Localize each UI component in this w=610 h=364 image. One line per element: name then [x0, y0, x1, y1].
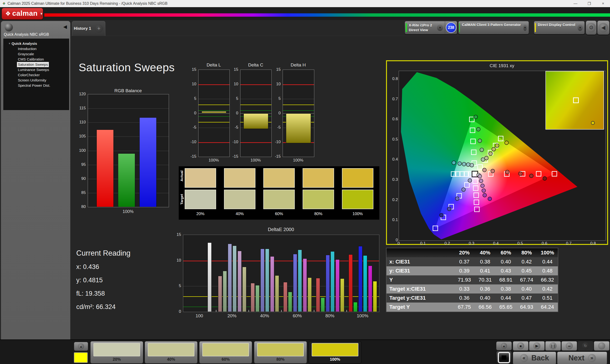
cie-title: CIE 1931 xy — [399, 63, 605, 68]
target-square-magenta — [474, 193, 479, 197]
measurement-dot-yellow — [492, 147, 496, 151]
cell-value: 64.24 — [537, 302, 558, 312]
window-titlebar: ❖ Calman 2025 Calman Ultimate for Busine… — [0, 0, 610, 7]
delta-l-xlabel: 100% — [198, 158, 229, 163]
collapse-panel-button[interactable]: ◀ — [597, 21, 610, 35]
pattern-button-80%[interactable]: 80% — [254, 341, 307, 364]
meter-mode: Direct View — [409, 28, 435, 32]
target-swatch-100% — [342, 190, 373, 209]
add-tab-button[interactable]: + — [93, 21, 105, 36]
display-control-label: Direct Display Control — [538, 22, 575, 27]
chevron-down-icon[interactable]: ▼ — [40, 11, 43, 17]
sidebar-collapse-icon[interactable]: ◀ — [63, 24, 67, 29]
measurement-dot-red — [482, 168, 486, 172]
display-control-dropdown[interactable]: Direct Display Control ▼ — [534, 21, 585, 34]
read-series-button[interactable]: [··] — [545, 341, 561, 351]
extra-button[interactable] — [594, 341, 610, 351]
cell-value: 0.39 — [454, 266, 475, 275]
tick-label: -10 — [186, 140, 196, 144]
sidebar-item-grayscale[interactable]: Grayscale — [4, 52, 69, 57]
deltae-bar — [208, 243, 212, 312]
continuous-read-button[interactable]: ∞ — [561, 341, 577, 351]
chevron-down-icon[interactable]: ▼ — [437, 25, 443, 31]
tab-history-1[interactable]: History 1 — [72, 21, 93, 36]
cell-value: 0.51 — [537, 294, 558, 302]
table-row: y: CIE310.390.410.430.450.48 — [386, 266, 558, 275]
delta-h-title: Delta H — [283, 62, 314, 68]
tick-label: 0.5 — [389, 137, 398, 142]
sidebar-item-saturation-sweeps[interactable]: Saturation Sweeps — [17, 62, 49, 67]
tree-root-quick-analysis[interactable]: ▾ Quick Analysis — [4, 41, 69, 46]
tree-expander-icon[interactable]: ▾ — [9, 42, 10, 45]
pattern-swatch — [257, 343, 304, 356]
sidebar: ◀ Quick Analysis NBC sRGB ▾ Quick Analys… — [1, 21, 70, 339]
meter-badge-section[interactable]: 238 — [445, 21, 457, 34]
target-square-green — [469, 117, 474, 122]
deltae-bar — [238, 251, 242, 312]
workflow-orb-icon[interactable] — [5, 23, 13, 31]
refresh-button[interactable]: ↻ — [578, 341, 593, 351]
settings-button[interactable]: ⚙ — [586, 21, 597, 35]
up-triangle-icon: ▲ — [78, 343, 84, 350]
pattern-label: 40% — [145, 357, 197, 362]
cie-1931-panel[interactable]: CIE 1931 xy 00.10.20.30.40.50.60.70.800.… — [386, 60, 608, 245]
sidebar-item-screen-uniformity[interactable]: Screen Uniformity — [4, 78, 69, 83]
pattern-generator-dropdown[interactable]: CalMAN Client 3 Pattern Generator ▼ — [458, 21, 529, 34]
column-header: 20% — [454, 248, 475, 257]
table-header-row: 20%40%60%80%100% — [386, 248, 558, 257]
pattern-window-button[interactable] — [496, 351, 512, 364]
sidebar-item-luminance-sweeps[interactable]: Luminance Sweeps — [4, 67, 69, 72]
restore-button[interactable]: ❐ — [582, 0, 596, 7]
tick-label: 10 — [270, 82, 281, 87]
calman-menu-button[interactable]: ❖ calman ▼ — [2, 8, 43, 20]
target-square-green — [471, 150, 476, 155]
tick-label: 0.8 — [389, 77, 398, 81]
control-panel-expand-button[interactable]: ▲ — [496, 341, 512, 351]
cell-value: 0.44 — [537, 257, 558, 266]
measurement-dot-red — [519, 172, 522, 176]
tick-label: 0.3 — [389, 177, 398, 182]
cell-value: 0.37 — [454, 257, 475, 266]
tick-label: 0.2 — [442, 241, 452, 246]
deltae-bar — [293, 254, 297, 312]
deltae-bar — [316, 278, 320, 312]
chevron-down-icon[interactable]: ▼ — [523, 25, 527, 31]
sidebar-item-introduction[interactable]: Introduction — [4, 46, 69, 52]
measurement-dot-cyan — [452, 161, 456, 165]
pattern-panel-expand-button[interactable]: ▲ — [74, 342, 88, 351]
cie-zoom-inset — [545, 71, 604, 130]
next-button[interactable]: Next » — [557, 351, 607, 364]
tick-label: -10 — [228, 140, 238, 144]
pattern-window-icon — [498, 352, 510, 363]
deltae-bar — [260, 249, 264, 312]
back-button[interactable]: « Back — [513, 351, 556, 364]
deltae-bar — [326, 255, 330, 312]
sidebar-item-colorchecker[interactable]: ColorChecker — [4, 72, 69, 78]
pattern-button-60%[interactable]: 60% — [199, 341, 252, 364]
row-label: Target Y — [386, 302, 454, 312]
tick-label: 5 — [228, 96, 238, 101]
current-reading-fl: fL: 19.358 — [76, 290, 105, 297]
pattern-button-100%[interactable]: 100% — [309, 341, 362, 364]
stop-button[interactable]: ■ — [513, 341, 529, 351]
stop-icon: ■ — [517, 342, 524, 350]
current-reading-title: Current Reading — [76, 249, 130, 258]
play-button[interactable]: ▶ — [529, 341, 545, 351]
cie-chromaticity-plot — [399, 71, 606, 241]
tick-label: 0 — [228, 111, 238, 116]
minimize-button[interactable]: — — [569, 0, 582, 7]
sidebar-item-spectral-power-dist-[interactable]: Spectral Power Dist. — [4, 83, 69, 88]
tick-label: 115 — [75, 106, 86, 111]
close-button[interactable]: × — [596, 0, 610, 7]
sidebar-item-cms-calibration[interactable]: CMS Calibration — [4, 57, 69, 62]
cell-value: 0.36 — [454, 294, 475, 302]
measurement-dot-red — [506, 170, 509, 174]
chevron-down-icon[interactable]: ▼ — [578, 25, 583, 31]
swatch-row-label: Actual — [180, 167, 184, 186]
pattern-button-40%[interactable]: 40% — [145, 341, 197, 364]
pattern-swatch — [148, 343, 195, 356]
pattern-button-20%[interactable]: 20% — [90, 341, 143, 364]
meter-device-dropdown[interactable]: X-Rite i1Pro 2 Direct View ▼ 238 — [405, 21, 457, 34]
tick-label: 110 — [75, 120, 86, 125]
tick-label: 10 — [173, 258, 181, 263]
